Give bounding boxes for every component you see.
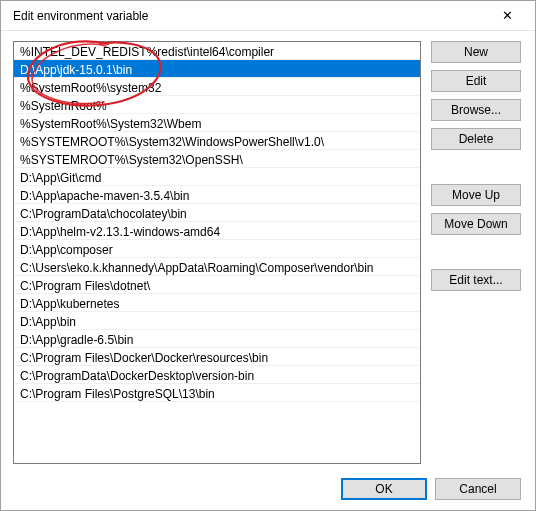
list-item[interactable]: %SYSTEMROOT%\System32\WindowsPowerShell\… (14, 132, 420, 150)
ok-button[interactable]: OK (341, 478, 427, 500)
edit-button[interactable]: Edit (431, 70, 521, 92)
list-item[interactable]: D:\App\composer (14, 240, 420, 258)
delete-button[interactable]: Delete (431, 128, 521, 150)
titlebar: Edit environment variable ✕ (1, 1, 535, 31)
dialog-window: Edit environment variable ✕ %INTEL_DEV_R… (0, 0, 536, 511)
browse-button[interactable]: Browse... (431, 99, 521, 121)
window-title: Edit environment variable (13, 9, 487, 23)
cancel-button[interactable]: Cancel (435, 478, 521, 500)
list-item[interactable]: %INTEL_DEV_REDIST%redist\intel64\compile… (14, 42, 420, 60)
list-item[interactable]: D:\App\bin (14, 312, 420, 330)
move-down-button[interactable]: Move Down (431, 213, 521, 235)
list-item[interactable]: D:\App\gradle-6.5\bin (14, 330, 420, 348)
list-item[interactable]: C:\ProgramData\DockerDesktop\version-bin (14, 366, 420, 384)
spacer (431, 242, 521, 262)
list-item[interactable]: C:\Users\eko.k.khannedy\AppData\Roaming\… (14, 258, 420, 276)
list-item[interactable]: %SYSTEMROOT%\System32\OpenSSH\ (14, 150, 420, 168)
list-item[interactable]: D:\App\kubernetes (14, 294, 420, 312)
list-item[interactable]: D:\App\helm-v2.13.1-windows-amd64 (14, 222, 420, 240)
edit-text-button[interactable]: Edit text... (431, 269, 521, 291)
close-icon[interactable]: ✕ (487, 2, 527, 30)
list-item[interactable]: C:\Program Files\PostgreSQL\13\bin (14, 384, 420, 402)
list-item[interactable]: D:\App\Git\cmd (14, 168, 420, 186)
list-item[interactable]: D:\App\jdk-15.0.1\bin (14, 60, 420, 78)
list-item[interactable]: C:\Program Files\Docker\Docker\resources… (14, 348, 420, 366)
list-item[interactable]: %SystemRoot%\system32 (14, 78, 420, 96)
dialog-content: %INTEL_DEV_REDIST%redist\intel64\compile… (1, 31, 535, 510)
list-inner: %INTEL_DEV_REDIST%redist\intel64\compile… (14, 42, 420, 463)
list-item[interactable]: %SystemRoot%\System32\Wbem (14, 114, 420, 132)
dialog-footer: OK Cancel (13, 464, 521, 500)
list-item[interactable]: C:\Program Files\dotnet\ (14, 276, 420, 294)
new-button[interactable]: New (431, 41, 521, 63)
side-button-column: New Edit Browse... Delete Move Up Move D… (431, 41, 521, 464)
list-item[interactable]: %SystemRoot% (14, 96, 420, 114)
list-item[interactable]: C:\ProgramData\chocolatey\bin (14, 204, 420, 222)
move-up-button[interactable]: Move Up (431, 184, 521, 206)
main-row: %INTEL_DEV_REDIST%redist\intel64\compile… (13, 41, 521, 464)
spacer (431, 157, 521, 177)
path-listbox[interactable]: %INTEL_DEV_REDIST%redist\intel64\compile… (13, 41, 421, 464)
list-item[interactable]: D:\App\apache-maven-3.5.4\bin (14, 186, 420, 204)
